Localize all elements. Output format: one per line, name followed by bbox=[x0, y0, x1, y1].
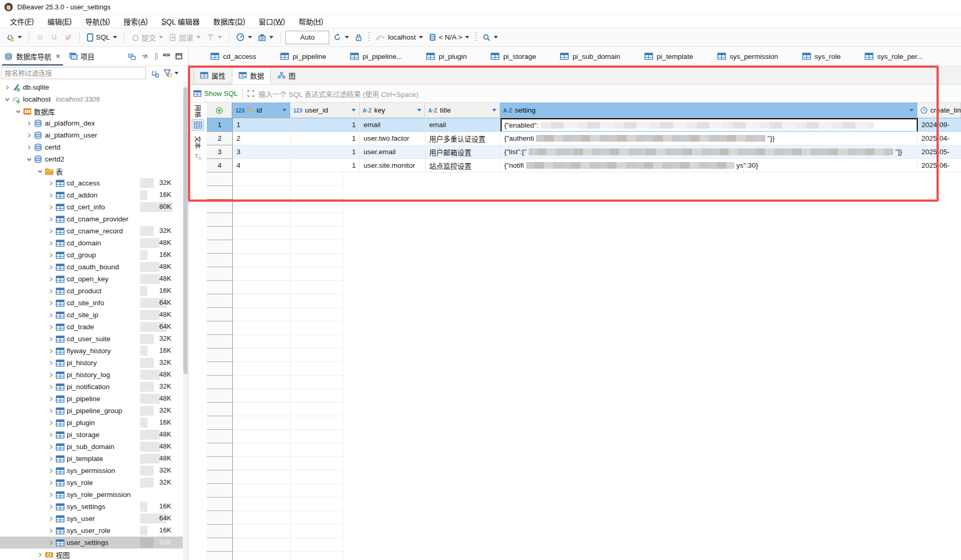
link-editor-icon[interactable] bbox=[141, 53, 149, 60]
menu-item[interactable]: 搜索(A) bbox=[117, 15, 155, 28]
cell-key[interactable]: user.two.factor bbox=[360, 132, 426, 145]
tree-item-cd_oauth_bound[interactable]: cd_oauth_bound48K bbox=[0, 261, 188, 273]
reconnect-button[interactable] bbox=[48, 32, 60, 43]
expand-filter-icon[interactable] bbox=[247, 90, 255, 97]
chevron-right-icon[interactable] bbox=[47, 299, 55, 307]
cell-setting[interactable]: {"list":[""]} bbox=[501, 145, 918, 159]
column-filter-caret[interactable] bbox=[282, 109, 286, 111]
menu-item[interactable]: 编辑(E) bbox=[41, 15, 79, 28]
empty-row-header[interactable] bbox=[207, 538, 233, 552]
menu-item[interactable]: 帮助(H) bbox=[292, 15, 330, 28]
chevron-right-icon[interactable] bbox=[47, 215, 55, 223]
tree-item-pi_notification[interactable]: pi_notification32K bbox=[0, 381, 188, 393]
tab-diagram[interactable]: 图 bbox=[271, 66, 303, 84]
cell-create-time[interactable]: 2025-05- bbox=[918, 145, 961, 159]
tree-item--[interactable]: 表 bbox=[0, 165, 188, 177]
chevron-right-icon[interactable] bbox=[47, 275, 55, 283]
column-header-title[interactable]: A·Ztitle bbox=[425, 103, 500, 118]
menu-item[interactable]: 数据库(D) bbox=[206, 15, 252, 28]
cell-key[interactable]: email bbox=[360, 118, 426, 132]
chevron-right-icon[interactable] bbox=[47, 311, 55, 319]
empty-row-header[interactable] bbox=[207, 497, 233, 511]
tree-item-pi_history[interactable]: pi_history32K bbox=[0, 357, 188, 369]
tasks-button[interactable] bbox=[256, 32, 276, 43]
editor-tab-sys_role_per-[interactable]: sys_role_per... bbox=[853, 47, 935, 66]
cell-key[interactable]: user.site.monitor bbox=[360, 159, 426, 172]
cell-setting[interactable]: {"authenti"}} bbox=[501, 132, 918, 145]
tree-item-cd_site_info[interactable]: cd_site_info64K bbox=[0, 297, 188, 309]
tree-item-pi_storage[interactable]: pi_storage48K bbox=[0, 429, 188, 441]
tree-item-sys_user[interactable]: sys_user64K bbox=[0, 513, 188, 525]
editor-tab-pi_storage[interactable]: pi_storage bbox=[479, 47, 548, 66]
tree-item-certd[interactable]: certd bbox=[0, 141, 188, 153]
empty-row-header[interactable] bbox=[207, 321, 233, 335]
tree-item-sys_permission[interactable]: sys_permission32K bbox=[0, 465, 188, 477]
chevron-right-icon[interactable] bbox=[47, 251, 55, 259]
tree-item--[interactable]: 视图 bbox=[0, 549, 188, 560]
cell-setting[interactable]: {"notifiys":30} bbox=[501, 159, 918, 172]
refresh-button[interactable] bbox=[331, 31, 351, 43]
tree-item-pi_sub_domain[interactable]: pi_sub_domain48K bbox=[0, 441, 188, 453]
tab-data[interactable]: 数据 bbox=[232, 66, 271, 84]
chevron-right-icon[interactable] bbox=[47, 515, 55, 523]
column-header-create_time[interactable]: create_time bbox=[917, 103, 961, 118]
chevron-right-icon[interactable] bbox=[47, 443, 55, 451]
scrollbar-thumb[interactable] bbox=[183, 88, 188, 374]
empty-row-header[interactable] bbox=[207, 254, 233, 267]
menu-item[interactable]: SQL 编辑器 bbox=[155, 15, 206, 28]
new-connection-button[interactable] bbox=[3, 31, 24, 44]
empty-row-header[interactable] bbox=[207, 308, 233, 321]
editor-tab-cd_access[interactable]: cd_access bbox=[198, 47, 268, 66]
chevron-right-icon[interactable] bbox=[36, 551, 44, 559]
empty-row-header[interactable] bbox=[207, 552, 233, 560]
new-sql-editor-button[interactable]: SQL bbox=[84, 31, 119, 44]
chevron-right-icon[interactable] bbox=[47, 263, 55, 271]
connection-selector[interactable]: localhost bbox=[373, 32, 425, 43]
editor-tab-sys_permission[interactable]: sys_permission bbox=[705, 47, 790, 66]
chevron-right-icon[interactable] bbox=[25, 119, 33, 128]
chevron-right-icon[interactable] bbox=[47, 479, 55, 487]
rollback-button[interactable]: 回滚 bbox=[167, 31, 203, 44]
cell-user-id[interactable]: 1 bbox=[291, 159, 360, 172]
tree-item-user_settings[interactable]: user_settings32K bbox=[0, 537, 188, 549]
filter-funnel-icon[interactable] bbox=[164, 69, 179, 77]
cell-create-time[interactable]: 2024-09- bbox=[918, 118, 961, 132]
close-tab-icon[interactable]: ✕ bbox=[56, 53, 61, 60]
tree-item-cd_group[interactable]: cd_group16K bbox=[0, 249, 188, 261]
empty-row-header[interactable] bbox=[207, 430, 233, 443]
cell-id[interactable]: 4 bbox=[233, 159, 291, 172]
empty-row-header[interactable] bbox=[207, 200, 233, 213]
editor-tab-pi_pipeline-[interactable]: pi_pipeline... bbox=[338, 47, 414, 66]
chevron-right-icon[interactable] bbox=[47, 179, 55, 188]
cell-user-id[interactable]: 1 bbox=[291, 118, 360, 132]
tree-item-cd_domain[interactable]: cd_domain48K bbox=[0, 237, 188, 249]
empty-row-header[interactable] bbox=[207, 362, 233, 376]
column-header-id[interactable]: 123id bbox=[232, 103, 290, 118]
cell-key[interactable]: user.email bbox=[360, 145, 426, 159]
tree-item-sys_role[interactable]: sys_role32K bbox=[0, 477, 188, 489]
chevron-down-icon[interactable] bbox=[25, 155, 33, 164]
tree-item-cd_open_key[interactable]: cd_open_key48K bbox=[0, 273, 188, 285]
empty-row-header[interactable] bbox=[207, 389, 233, 403]
tab-properties[interactable]: 属性 bbox=[193, 66, 232, 84]
tree-item-cd_cname_provider[interactable]: cd_cname_provider bbox=[0, 213, 188, 225]
cell-id[interactable]: 2 bbox=[233, 132, 291, 145]
chevron-right-icon[interactable] bbox=[47, 347, 55, 355]
row-number[interactable]: 3 bbox=[207, 145, 233, 159]
view-menu-icon[interactable] bbox=[155, 52, 158, 60]
tree-item-cd_site_ip[interactable]: cd_site_ip48K bbox=[0, 309, 188, 321]
cell-title[interactable]: 站点监控设置 bbox=[426, 159, 501, 172]
chevron-right-icon[interactable] bbox=[47, 431, 55, 439]
tree-item-db-sqlite[interactable]: db.sqlite bbox=[0, 81, 188, 93]
show-sql-button[interactable]: Show SQL bbox=[193, 90, 238, 97]
tree-item-sys_settings[interactable]: sys_settings16K bbox=[0, 501, 188, 513]
sidebar-scrollbar[interactable] bbox=[183, 81, 188, 560]
chevron-right-icon[interactable] bbox=[47, 491, 55, 499]
row-number[interactable]: 1 bbox=[207, 118, 233, 132]
chevron-right-icon[interactable] bbox=[47, 503, 55, 511]
tree-item-pi_pipeline_group[interactable]: pi_pipeline_group32K bbox=[0, 405, 188, 417]
cell-user-id[interactable]: 1 bbox=[291, 145, 360, 159]
connected-filter-icon[interactable] bbox=[150, 69, 159, 78]
chevron-right-icon[interactable] bbox=[47, 323, 55, 331]
tree-item-ai_platform_user[interactable]: ai_platform_user bbox=[0, 129, 188, 141]
